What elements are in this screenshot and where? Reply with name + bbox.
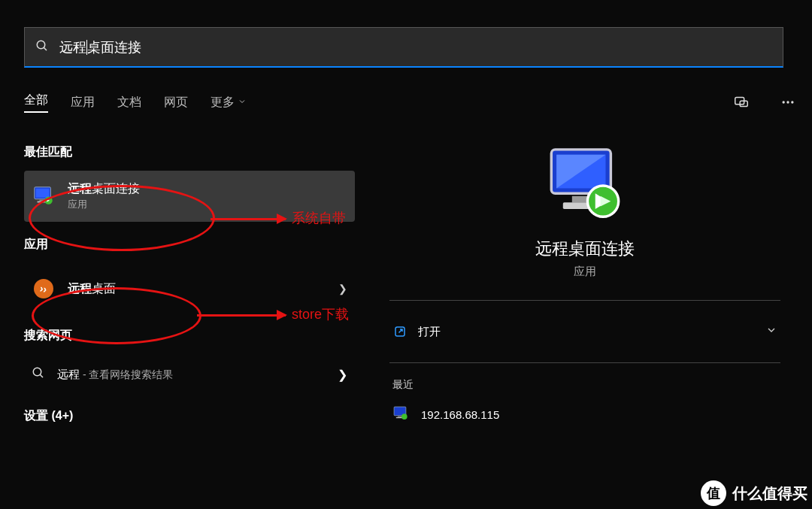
filter-tabs: 全部 应用 文档 网页 更多	[24, 90, 800, 114]
tab-web[interactable]: 网页	[164, 95, 188, 111]
chevron-down-icon[interactable]	[765, 324, 777, 339]
result-web-search[interactable]: 远程 - 查看网络搜索结果 ❯	[24, 354, 355, 395]
action-label: 打开	[418, 325, 755, 339]
svg-point-6	[791, 101, 793, 103]
svg-rect-8	[36, 189, 50, 198]
detail-sub: 应用	[385, 265, 785, 279]
svg-point-24	[401, 414, 408, 420]
detail-pane: 远程桌面连接 应用 打开 最近	[385, 137, 800, 435]
tab-apps[interactable]: 应用	[71, 95, 95, 111]
svg-point-4	[783, 101, 785, 103]
rdp-monitor-icon	[540, 144, 630, 227]
annotation-label-builtin: 系统自带	[292, 209, 346, 227]
remote-desktop-store-icon: ››	[32, 277, 56, 301]
tab-docs[interactable]: 文档	[117, 95, 141, 111]
section-best-match: 最佳匹配	[24, 144, 355, 160]
recent-item[interactable]: 192.168.68.115	[385, 398, 785, 431]
web-search-label: 远程 - 查看网络搜索结果	[57, 368, 326, 382]
recent-item-label: 192.168.68.115	[421, 408, 499, 421]
chevron-right-icon: ❯	[338, 368, 347, 382]
tab-more[interactable]: 更多	[211, 95, 247, 111]
svg-point-0	[37, 41, 45, 49]
chevron-down-icon	[238, 95, 247, 109]
divider	[389, 362, 780, 363]
action-open[interactable]: 打开	[385, 311, 785, 352]
svg-point-12	[33, 368, 41, 376]
recent-heading: 最近	[392, 378, 785, 392]
chevron-right-icon: ❯	[338, 283, 347, 295]
watermark-text: 什么值得买	[732, 483, 807, 504]
search-icon	[35, 39, 49, 56]
search-icon	[32, 366, 45, 383]
section-apps: 应用	[24, 237, 355, 253]
open-external-icon	[392, 324, 408, 339]
section-web: 搜索网页	[24, 328, 355, 344]
chat-icon[interactable]	[729, 90, 753, 114]
watermark-badge: 值	[701, 480, 726, 506]
watermark: 值 什么值得买	[701, 480, 807, 506]
divider	[389, 300, 780, 301]
tab-all[interactable]: 全部	[24, 92, 48, 113]
result-title: 远程桌面	[68, 281, 338, 297]
annotation-label-store: store下载	[292, 305, 349, 323]
search-text: 远程桌面连接	[59, 38, 141, 56]
section-settings[interactable]: 设置 (4+)	[24, 408, 355, 424]
search-box[interactable]: 远程桌面连接	[24, 27, 783, 68]
more-icon[interactable]	[776, 90, 800, 114]
svg-line-1	[44, 47, 47, 50]
rdp-monitor-icon	[32, 184, 56, 208]
rdp-monitor-icon	[392, 405, 409, 424]
detail-title: 远程桌面连接	[385, 238, 785, 260]
result-title: 远程桌面连接	[68, 181, 347, 197]
svg-line-13	[40, 374, 43, 377]
svg-point-5	[786, 101, 789, 103]
